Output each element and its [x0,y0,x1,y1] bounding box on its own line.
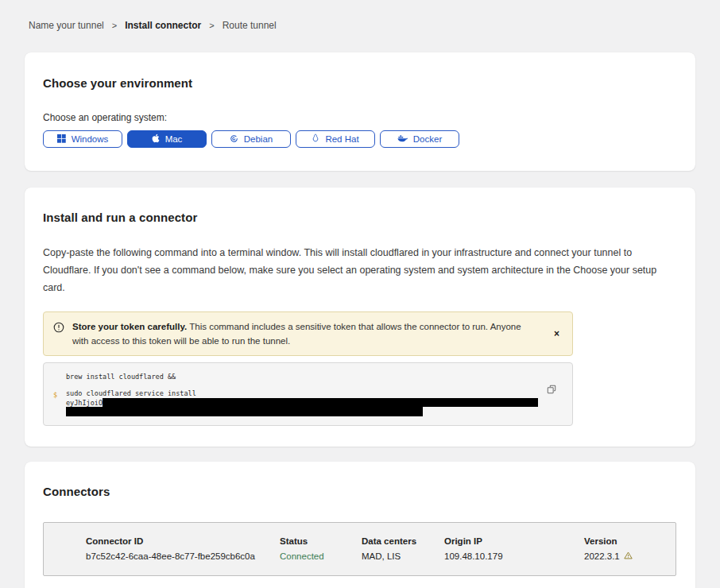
install-connector-title: Install and run a connector [43,211,676,224]
os-button-label: Docker [413,134,442,144]
column-header-version: Version [584,536,675,546]
status-badge: Connected [280,551,362,561]
origin-ip-value: 109.48.10.179 [444,551,584,561]
install-connector-card: Install and run a connector Copy-paste t… [25,188,695,447]
redhat-icon [312,133,319,145]
environment-card-title: Choose your environment [43,76,676,90]
os-button-windows[interactable]: Windows [43,130,122,148]
alert-circle-icon [53,322,64,337]
install-command-code-block[interactable]: brew install cloudflared && $ sudo cloud… [43,362,573,426]
os-button-label: Debian [244,134,273,144]
version-warning-icon[interactable] [624,551,633,561]
shell-prompt: $ [53,391,57,399]
table-header-row: Connector ID Status Data centers Origin … [86,536,675,546]
os-button-docker[interactable]: Docker [380,130,459,148]
apple-icon [152,133,160,145]
install-connector-description: Copy-paste the following command into a … [43,245,676,297]
table-row: b7c52c42-6caa-48ee-8c77-fbe259cb6c0a Con… [86,551,675,561]
os-button-mac[interactable]: Mac [127,130,207,148]
breadcrumb: Name your tunnel > Install connector > R… [0,0,720,31]
windows-icon [57,134,66,145]
connectors-table: Connector ID Status Data centers Origin … [43,522,676,576]
token-prefix: eyJhIjoiO [66,399,103,407]
breadcrumb-separator: > [209,21,214,30]
column-header-connector-id: Connector ID [86,536,280,546]
token-warning-text: Store your token carefully. This command… [72,319,538,349]
os-button-redhat[interactable]: Red Hat [296,130,375,148]
breadcrumb-route-tunnel[interactable]: Route tunnel [223,20,277,31]
token-warning-title: Store your token carefully. [72,322,187,331]
breadcrumb-install-connector[interactable]: Install connector [125,20,201,31]
code-line-token: eyJhIjoiO [66,398,572,407]
os-button-group: Windows Mac Debian Red Hat Docker [43,130,676,148]
redacted-token-bar [66,407,423,416]
breadcrumb-name-your-tunnel[interactable]: Name your tunnel [29,20,104,31]
environment-card: Choose your environment Choose an operat… [25,52,695,171]
debian-icon [230,134,238,145]
breadcrumb-separator: > [112,21,117,30]
os-button-label: Red Hat [325,134,358,144]
close-icon[interactable]: × [551,328,563,339]
column-header-origin-ip: Origin IP [444,536,584,546]
column-header-status: Status [280,536,362,546]
code-line-brew: brew install cloudflared && [66,373,572,381]
copy-icon[interactable] [547,385,556,397]
redacted-token-bar [103,398,538,407]
connectors-card: Connectors Connector ID Status Data cent… [25,462,695,588]
os-select-label: Choose an operating system: [43,112,676,123]
docker-icon [397,134,408,144]
data-centers-value: MAD, LIS [362,551,444,561]
code-line-sudo: sudo cloudflared service install [66,389,572,397]
os-button-label: Mac [165,134,183,144]
os-button-debian[interactable]: Debian [211,130,291,148]
os-button-label: Windows [72,134,109,144]
connectors-title: Connectors [43,485,676,498]
column-header-data-centers: Data centers [362,536,444,546]
version-value: 2022.3.1 [584,551,675,561]
connector-id-value: b7c52c42-6caa-48ee-8c77-fbe259cb6c0a [86,551,280,561]
version-number: 2022.3.1 [584,551,620,561]
token-warning-banner: Store your token carefully. This command… [43,311,573,357]
